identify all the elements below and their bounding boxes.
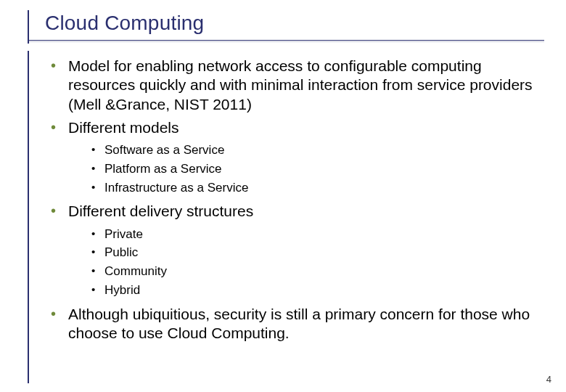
sub-bullet-list: Software as a Service Platform as a Serv… [68, 142, 536, 196]
sub-bullet-text: Community [104, 264, 167, 278]
list-item: Community [90, 263, 536, 280]
bullet-list: Model for enabling network access to con… [46, 57, 536, 343]
bullet-text: Model for enabling network access to con… [68, 57, 533, 113]
sub-bullet-list: Private Public Community Hybrid [68, 226, 536, 299]
list-item: Infrastructure as a Service [90, 179, 536, 197]
sub-bullet-text: Public [104, 245, 138, 259]
list-item: Different delivery structures Private Pu… [46, 202, 536, 298]
list-item: Although ubiquitious, security is still … [46, 305, 536, 343]
rule-gap [28, 44, 30, 51]
bullet-text: Although ubiquitious, security is still … [68, 306, 530, 341]
bullet-text: Different models [68, 119, 179, 136]
slide-title: Cloud Computing [45, 12, 204, 35]
title-underline [29, 40, 544, 41]
bullet-text: Different delivery structures [68, 203, 253, 219]
slide-body: Model for enabling network access to con… [46, 57, 536, 370]
list-item: Platform as a Service [90, 160, 536, 178]
list-item: Different models Software as a Service P… [46, 118, 536, 197]
left-vertical-rule [28, 10, 29, 383]
sub-bullet-text: Hybrid [104, 283, 140, 297]
list-item: Software as a Service [90, 142, 536, 159]
title-underline-shadow [29, 41, 544, 42]
page-number: 4 [546, 374, 551, 385]
sub-bullet-text: Infrastructure as a Service [104, 181, 248, 195]
list-item: Public [90, 244, 536, 261]
sub-bullet-text: Private [104, 227, 143, 241]
list-item: Private [90, 226, 536, 243]
list-item: Hybrid [90, 282, 536, 299]
list-item: Model for enabling network access to con… [46, 57, 536, 114]
sub-bullet-text: Software as a Service [104, 143, 224, 157]
sub-bullet-text: Platform as a Service [104, 162, 222, 176]
slide: Cloud Computing Model for enabling netwo… [0, 0, 566, 392]
